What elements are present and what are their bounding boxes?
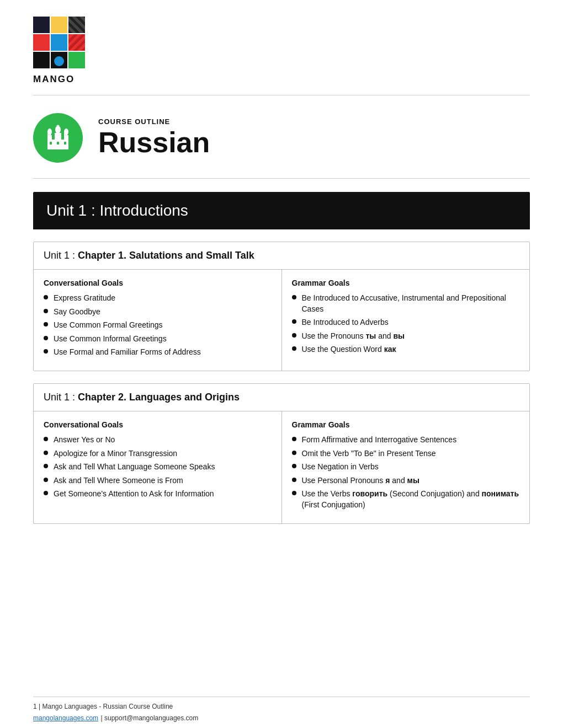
body-divider <box>33 178 530 179</box>
chapter-1-gram-heading: Grammar Goals <box>292 279 520 287</box>
mango-wordmark: MANGO <box>33 74 75 85</box>
chapter-2-label: Unit 1 : <box>44 392 78 403</box>
chapter-1-conv-col: Conversational Goals Express Gratitude S… <box>34 270 282 371</box>
bullet-icon <box>44 322 48 326</box>
chapter-1-title: Chapter 1. Salutations and Small Talk <box>78 250 254 261</box>
bullet-icon <box>44 478 48 482</box>
logo-area: MANGO <box>33 0 530 95</box>
bullet-icon <box>292 491 296 495</box>
chapter-2-title: Chapter 2. Languages and Origins <box>78 392 240 403</box>
bullet-icon <box>44 309 48 313</box>
chapter-2-conv-col: Conversational Goals Answer Yes or No Ap… <box>34 411 282 523</box>
list-item: Say Goodbye <box>44 307 272 318</box>
list-item: Ask and Tell Where Someone is From <box>44 475 272 486</box>
chapter-2-conv-heading: Conversational Goals <box>44 420 272 429</box>
list-item: Omit the Verb "To Be" in Present Tense <box>292 448 520 459</box>
bullet-icon <box>292 464 296 468</box>
list-item: Use Personal Pronouns я and мы <box>292 475 520 486</box>
chapter-1-label: Unit 1 : <box>44 250 78 261</box>
footer: 1 | Mango Languages - Russian Course Out… <box>33 687 530 728</box>
svg-rect-18 <box>64 142 66 144</box>
footer-support: | support@mangolanguages.com <box>101 714 199 722</box>
chapter-1-conv-list: Express Gratitude Say Goodbye Use Common… <box>44 293 272 358</box>
list-item: Use Negation in Verbs <box>292 462 520 473</box>
bullet-icon <box>44 336 48 340</box>
chapter-2-body: Conversational Goals Answer Yes or No Ap… <box>34 411 529 523</box>
unit-header: Unit 1 : Introductions <box>33 192 530 229</box>
footer-website-link[interactable]: mangolanguages.com <box>33 714 98 722</box>
bullet-icon <box>44 464 48 468</box>
chapter-1-gram-list: Be Introduced to Accusative, Instrumenta… <box>292 293 520 355</box>
chapter-2-conv-list: Answer Yes or No Apologize for a Minor T… <box>44 435 272 500</box>
list-item: Answer Yes or No <box>44 435 272 446</box>
list-item: Get Someone's Attention to Ask for Infor… <box>44 489 272 500</box>
mango-logo <box>33 17 85 68</box>
bullet-icon <box>292 437 296 441</box>
list-item: Use Common Informal Greetings <box>44 334 272 345</box>
svg-rect-2 <box>64 135 68 141</box>
bullet-icon <box>44 451 48 455</box>
bullet-icon <box>292 346 296 351</box>
list-item: Apologize for a Minor Transgression <box>44 448 272 459</box>
course-intro: COURSE OUTLINE Russian <box>33 95 530 178</box>
svg-rect-9 <box>49 129 50 131</box>
chapter-1-conv-heading: Conversational Goals <box>44 279 272 287</box>
chapter-2-gram-col: Grammar Goals Form Affirmative and Inter… <box>282 411 530 523</box>
course-icon-svg <box>43 123 73 153</box>
bullet-icon <box>44 491 48 495</box>
chapter-1-box: Unit 1 : Chapter 1. Salutations and Smal… <box>33 242 530 371</box>
chapter-2-gram-list: Form Affirmative and Interrogative Sente… <box>292 435 520 511</box>
bullet-icon <box>292 451 296 455</box>
svg-rect-11 <box>66 129 67 131</box>
course-outline-label: COURSE OUTLINE <box>98 117 210 126</box>
list-item: Use the Verbs говорить (Second Conjugati… <box>292 489 520 510</box>
svg-rect-15 <box>57 125 60 126</box>
chapter-2-gram-heading: Grammar Goals <box>292 420 520 429</box>
bullet-icon <box>44 349 48 354</box>
list-item: Be Introduced to Adverbs <box>292 317 520 328</box>
chapter-2-box: Unit 1 : Chapter 2. Languages and Origin… <box>33 383 530 524</box>
spacer <box>33 524 530 687</box>
bullet-icon <box>292 478 296 482</box>
footer-page-info: 1 | Mango Languages - Russian Course Out… <box>33 703 530 710</box>
list-item: Ask and Tell What Language Someone Speak… <box>44 462 272 473</box>
bullet-icon <box>44 295 48 299</box>
bullet-icon <box>292 319 296 324</box>
list-item: Use the Pronouns ты and вы <box>292 331 520 342</box>
svg-rect-17 <box>57 142 59 144</box>
footer-links: mangolanguages.com | support@mangolangua… <box>33 713 530 722</box>
chapter-2-header: Unit 1 : Chapter 2. Languages and Origin… <box>34 384 529 411</box>
list-item: Express Gratitude <box>44 293 272 304</box>
svg-rect-16 <box>50 142 52 144</box>
svg-rect-3 <box>55 133 61 141</box>
chapter-1-body: Conversational Goals Express Gratitude S… <box>34 270 529 371</box>
list-item: Use the Question Word как <box>292 344 520 355</box>
list-item: Use Formal and Familiar Forms of Address <box>44 347 272 358</box>
list-item: Form Affirmative and Interrogative Sente… <box>292 435 520 446</box>
course-title-block: COURSE OUTLINE Russian <box>98 117 210 158</box>
svg-rect-1 <box>47 135 52 141</box>
bullet-icon <box>292 333 296 338</box>
chapter-1-header: Unit 1 : Chapter 1. Salutations and Smal… <box>34 242 529 270</box>
course-icon-circle <box>33 113 83 163</box>
bullet-icon <box>44 437 48 441</box>
list-item: Be Introduced to Accusative, Instrumenta… <box>292 293 520 314</box>
list-item: Use Common Formal Greetings <box>44 320 272 331</box>
bullet-icon <box>292 295 296 299</box>
course-title: Russian <box>98 127 210 158</box>
chapter-1-gram-col: Grammar Goals Be Introduced to Accusativ… <box>282 270 530 371</box>
footer-divider <box>33 697 530 697</box>
